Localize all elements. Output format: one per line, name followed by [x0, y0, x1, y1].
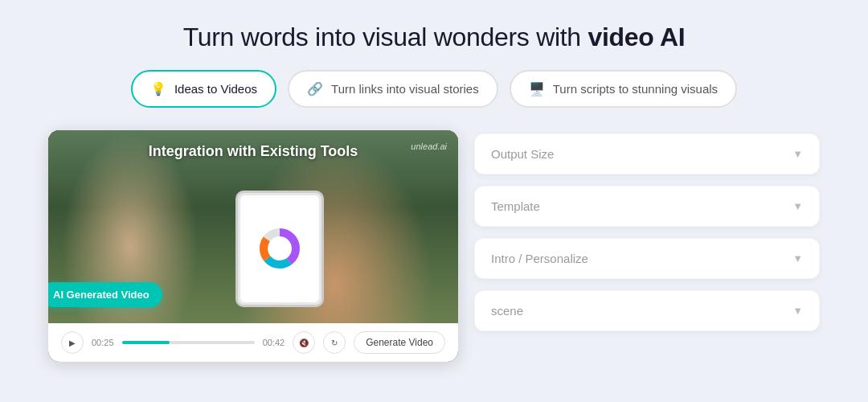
template-label: Template: [491, 199, 540, 213]
tablet-screen: [240, 195, 320, 302]
scene-dropdown[interactable]: scene ▼: [474, 290, 820, 331]
output-size-dropdown[interactable]: Output Size ▼: [474, 133, 820, 174]
tab-scripts-label: Turn scripts to stunning visuals: [553, 82, 718, 96]
intro-personalize-label: Intro / Personalize: [491, 252, 588, 265]
tabs-row: 💡 Ideas to Videos 🔗 Turn links into visu…: [131, 70, 737, 108]
mute-button[interactable]: 🔇: [293, 331, 315, 354]
video-thumbnail: Integration with Existing Tools unlead.a…: [48, 130, 458, 323]
tab-links-label: Turn links into visual stories: [331, 82, 479, 96]
tab-scripts-to-visuals[interactable]: 🖥️ Turn scripts to stunning visuals: [510, 70, 737, 108]
time-total: 00:42: [263, 338, 285, 347]
scene-arrow-icon: ▼: [792, 305, 803, 317]
template-arrow-icon: ▼: [792, 200, 803, 212]
ai-generated-badge: AI Generated Video: [48, 282, 162, 307]
output-size-arrow-icon: ▼: [792, 148, 803, 160]
template-dropdown[interactable]: Template ▼: [474, 186, 820, 227]
video-title-overlay: Integration with Existing Tools: [48, 143, 458, 160]
tab-links-to-stories[interactable]: 🔗 Turn links into visual stories: [288, 70, 498, 108]
time-current: 00:25: [92, 338, 114, 347]
scene-label: scene: [491, 304, 523, 318]
tablet-device: [235, 191, 324, 307]
tab-ideas-to-videos[interactable]: 💡 Ideas to Videos: [131, 70, 276, 108]
content-area: Integration with Existing Tools unlead.a…: [48, 130, 820, 362]
watermark: unlead.ai: [411, 142, 447, 151]
output-size-label: Output Size: [491, 147, 554, 161]
progress-bar[interactable]: [122, 341, 255, 344]
page-title: Turn words into visual wonders with vide…: [183, 23, 686, 52]
video-card: Integration with Existing Tools unlead.a…: [48, 130, 458, 362]
dropdowns-panel: Output Size ▼ Template ▼ Intro / Persona…: [474, 130, 820, 362]
video-controls: ▶ 00:25 00:42 🔇 ↻ Generate Video: [48, 323, 458, 362]
progress-fill: [122, 341, 170, 344]
tab-ideas-label: Ideas to Videos: [174, 82, 257, 96]
generate-video-button[interactable]: Generate Video: [354, 331, 445, 354]
play-button[interactable]: ▶: [61, 331, 84, 354]
intro-personalize-dropdown[interactable]: Intro / Personalize ▼: [474, 238, 820, 279]
script-icon: 🖥️: [529, 81, 545, 96]
link-icon: 🔗: [307, 81, 323, 96]
refresh-button[interactable]: ↻: [323, 331, 346, 354]
donut-chart-icon: [256, 224, 304, 273]
lightbulb-icon: 💡: [150, 81, 166, 96]
intro-personalize-arrow-icon: ▼: [792, 252, 803, 265]
